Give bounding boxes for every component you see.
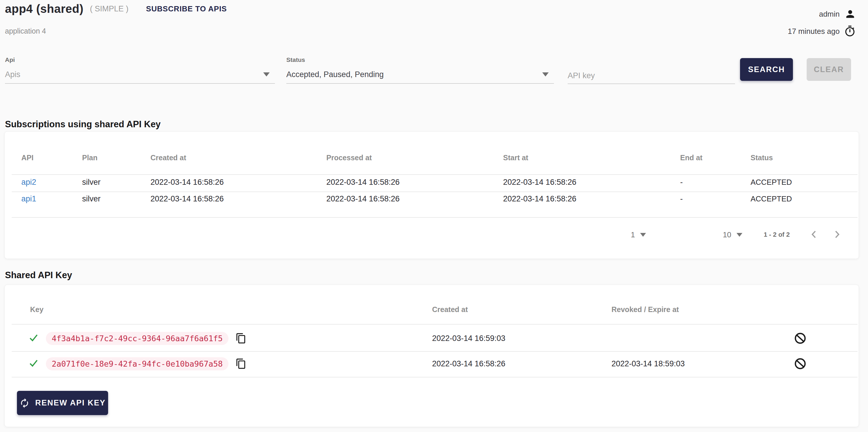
- col-key: Key: [30, 305, 43, 314]
- status-filter-value: Accepted, Paused, Pending: [286, 70, 383, 79]
- page-select-value: 1: [631, 230, 635, 239]
- person-icon: [844, 8, 856, 20]
- col-processed: Processed at: [326, 154, 372, 162]
- check-icon: [28, 358, 39, 369]
- page-size-value: 10: [723, 230, 731, 239]
- api-key-value: 4f3a4b1a-f7c2-49cc-9364-96aa7f6a61f5: [46, 332, 228, 345]
- col-created: Created at: [432, 305, 468, 314]
- api-key-value: 2a071f0e-18e9-42fa-94fc-0e10ba967a58: [46, 357, 228, 370]
- created-cell: 2022-03-14 16:58:26: [151, 194, 224, 203]
- status-filter-label: Status: [286, 56, 305, 63]
- page-header: app4 (shared) ( SIMPLE ) SUBSCRIBE TO AP…: [5, 2, 227, 15]
- page-select[interactable]: 1: [631, 229, 646, 240]
- processed-cell: 2022-03-14 16:58:26: [326, 194, 400, 203]
- status-filter-underline: [286, 83, 554, 84]
- last-connection: 17 minutes ago: [788, 25, 856, 37]
- page-title: app4 (shared): [5, 2, 84, 15]
- col-status: Status: [750, 154, 773, 162]
- stopwatch-icon: [844, 25, 856, 37]
- start-cell: 2022-03-14 16:58:26: [503, 178, 577, 187]
- shared-key-table-header: Key Created at Revoked / Expire at: [5, 305, 859, 314]
- col-end: End at: [680, 154, 702, 162]
- key-created-cell: 2022-03-14 16:58:26: [432, 359, 505, 368]
- key-created-cell: 2022-03-14 16:59:03: [432, 334, 505, 343]
- processed-cell: 2022-03-14 16:58:26: [326, 178, 400, 187]
- status-cell: ACCEPTED: [750, 194, 792, 203]
- last-connection-text: 17 minutes ago: [788, 27, 840, 36]
- shared-api-key-heading: Shared API Key: [5, 270, 72, 280]
- chevron-right-icon[interactable]: [831, 228, 843, 242]
- chevron-down-icon: [542, 72, 549, 76]
- subscriptions-heading: Subscriptions using shared API Key: [5, 119, 161, 130]
- api-filter-label: Api: [5, 56, 15, 63]
- renew-api-key-button[interactable]: RENEW API KEY: [17, 391, 108, 415]
- user-name: admin: [819, 10, 840, 19]
- chevron-down-icon: [263, 72, 270, 76]
- row-divider: [12, 377, 858, 377]
- application-type-badge: ( SIMPLE ): [90, 4, 129, 13]
- key-revoked-cell: 2022-03-14 18:59:03: [612, 359, 685, 368]
- check-icon: [28, 332, 39, 344]
- page-size-select[interactable]: 10: [723, 229, 742, 240]
- renew-api-key-label: RENEW API KEY: [35, 398, 105, 407]
- col-api: API: [21, 154, 34, 162]
- search-button[interactable]: SEARCH: [740, 58, 793, 81]
- chevron-down-icon: [737, 233, 742, 237]
- api-filter-select[interactable]: Apis: [5, 69, 275, 81]
- status-cell: ACCEPTED: [750, 178, 792, 187]
- subscribe-to-apis-link[interactable]: SUBSCRIBE TO APIS: [146, 4, 227, 13]
- end-cell: -: [680, 194, 683, 203]
- chevron-down-icon: [640, 233, 646, 237]
- clear-button[interactable]: CLEAR: [807, 58, 851, 81]
- col-revoked: Revoked / Expire at: [612, 305, 679, 314]
- shared-api-key-card: Key Created at Revoked / Expire at 4f3a4…: [4, 285, 859, 427]
- start-cell: 2022-03-14 16:58:26: [503, 194, 577, 203]
- col-plan: Plan: [82, 154, 98, 162]
- col-start: Start at: [503, 154, 528, 162]
- subscriptions-table-header: API Plan Created at Processed at Start a…: [5, 154, 859, 162]
- api-filter-value: Apis: [5, 70, 21, 79]
- plan-cell: silver: [82, 178, 100, 187]
- created-cell: 2022-03-14 16:58:26: [151, 178, 224, 187]
- subscription-row: api2 silver 2022-03-14 16:58:26 2022-03-…: [5, 178, 859, 188]
- row-divider: [12, 192, 858, 192]
- row-divider: [12, 351, 858, 352]
- subscription-row: api1 silver 2022-03-14 16:58:26 2022-03-…: [5, 194, 859, 204]
- api-filter-underline: [5, 83, 275, 84]
- application-description: application 4: [5, 27, 46, 35]
- refresh-icon: [19, 398, 30, 408]
- row-divider: [12, 174, 858, 175]
- user-info[interactable]: admin: [819, 8, 856, 20]
- subscriptions-table-card: API Plan Created at Processed at Start a…: [4, 131, 859, 259]
- row-divider: [12, 324, 858, 325]
- copy-icon[interactable]: [236, 358, 247, 369]
- chevron-left-icon[interactable]: [808, 228, 820, 242]
- api-key-input[interactable]: [568, 68, 735, 84]
- api-key-row: 2a071f0e-18e9-42fa-94fc-0e10ba967a58: [28, 356, 247, 371]
- copy-icon[interactable]: [236, 333, 247, 344]
- api-key-row: 4f3a4b1a-f7c2-49cc-9364-96aa7f6a61f5: [28, 331, 247, 345]
- table-footer-divider: [12, 217, 858, 218]
- end-cell: -: [680, 178, 683, 187]
- block-icon[interactable]: [794, 332, 807, 345]
- api-link[interactable]: api2: [21, 178, 36, 187]
- application-detail-page: app4 (shared) ( SIMPLE ) SUBSCRIBE TO AP…: [0, 0, 868, 432]
- api-link[interactable]: api1: [21, 194, 36, 203]
- block-icon[interactable]: [794, 357, 807, 370]
- pagination-range: 1 - 2 of 2: [764, 229, 790, 240]
- plan-cell: silver: [82, 194, 100, 203]
- col-created: Created at: [151, 154, 186, 162]
- status-filter-select[interactable]: Accepted, Paused, Pending: [286, 69, 554, 81]
